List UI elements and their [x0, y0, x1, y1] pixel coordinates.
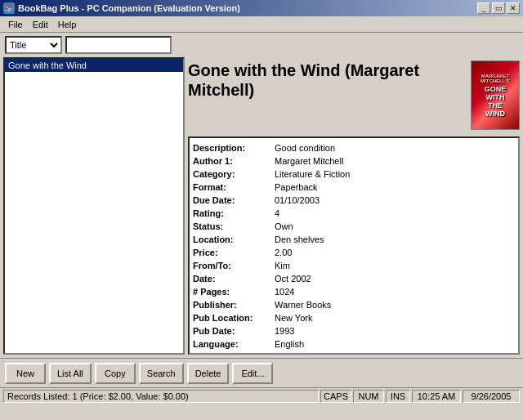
- status-bar: Records Listed: 1 (Price: $2.00, Value: …: [0, 387, 523, 404]
- status-date: 9/26/2005: [463, 390, 520, 403]
- field-value: 2.00: [275, 246, 292, 259]
- copy-button[interactable]: Copy: [95, 363, 136, 384]
- field-row: Status:Own: [193, 220, 515, 233]
- field-value: Good condition: [275, 141, 335, 154]
- field-value: 4: [275, 207, 279, 220]
- field-label: Location:: [193, 233, 275, 246]
- field-value: Oct 2002: [275, 272, 311, 285]
- field-row: Publisher:Warner Books: [193, 298, 515, 311]
- field-value: New York: [275, 311, 312, 324]
- field-row: Pub Date:1993: [193, 324, 515, 337]
- window-title: BookBag Plus - PC Companion (Evaluation …: [18, 3, 240, 13]
- field-value: English: [275, 337, 304, 351]
- field-row: Rating:4: [193, 207, 515, 220]
- field-label: Rating:: [193, 207, 275, 220]
- field-value: Margaret Mitchell: [275, 154, 343, 168]
- book-cover: MARGARET MITCHELL'S GONE WITH THE WIND: [471, 60, 520, 130]
- field-label: # Pages:: [193, 285, 275, 298]
- search-input[interactable]: [65, 36, 172, 54]
- field-label: Status:: [193, 220, 275, 233]
- restore-button[interactable]: ▭: [492, 2, 505, 14]
- field-row: Description:Good condition: [193, 141, 515, 154]
- menu-help[interactable]: Help: [53, 18, 82, 31]
- field-label: Pub Location:: [193, 311, 275, 324]
- field-label: Description:: [193, 141, 275, 154]
- field-value: Warner Books: [275, 298, 331, 311]
- field-row: ISBN:0446365386: [193, 351, 515, 355]
- field-row: Language:English: [193, 337, 515, 351]
- field-value: 0446365386: [275, 351, 324, 355]
- toolbar: Title Author Category: [0, 33, 523, 57]
- detail-header: Gone with the Wind (Margaret Mitchell) M…: [188, 57, 520, 133]
- field-row: Category:Literature & Fiction: [193, 168, 515, 181]
- field-value: Paperback: [275, 181, 318, 194]
- menu-file[interactable]: File: [3, 18, 28, 31]
- menu-bar: File Edit Help: [0, 16, 523, 33]
- status-time: 10:25 AM: [412, 390, 461, 403]
- status-ins: INS: [386, 390, 410, 403]
- field-row: Location:Den shelves: [193, 233, 515, 246]
- status-num: NUM: [353, 390, 384, 403]
- field-label: Pub Date:: [193, 324, 275, 337]
- field-label: Category:: [193, 168, 275, 181]
- app-icon: 📚: [3, 2, 15, 14]
- new-button[interactable]: New: [5, 363, 46, 384]
- field-row: Format:Paperback: [193, 181, 515, 194]
- status-caps: CAPS: [320, 390, 351, 403]
- field-row: Date:Oct 2002: [193, 272, 515, 285]
- field-label: Date:: [193, 272, 275, 285]
- menu-edit[interactable]: Edit: [28, 18, 53, 31]
- field-row: # Pages:1024: [193, 285, 515, 298]
- list-all-button[interactable]: List All: [49, 363, 92, 384]
- book-title: Gone with the Wind (Margaret Mitchell): [188, 60, 464, 100]
- edit-button[interactable]: Edit...: [232, 363, 273, 384]
- field-label: Price:: [193, 246, 275, 259]
- field-label: From/To:: [193, 259, 275, 272]
- field-label: Publisher:: [193, 298, 275, 311]
- book-list[interactable]: Gone with the Wind: [3, 57, 185, 355]
- field-value: 01/10/2003: [275, 194, 320, 207]
- field-row: Price:2.00: [193, 246, 515, 259]
- delete-button[interactable]: Delete: [187, 363, 230, 384]
- field-value: Den shelves: [275, 233, 324, 246]
- field-value: 1993: [275, 324, 294, 337]
- field-value: Kim: [275, 259, 290, 272]
- detail-panel: Gone with the Wind (Margaret Mitchell) M…: [188, 57, 520, 355]
- search-type-select[interactable]: Title Author Category: [5, 36, 62, 54]
- minimize-button[interactable]: _: [477, 2, 490, 14]
- detail-fields: Description:Good conditionAuthor 1:Marga…: [188, 136, 520, 355]
- button-bar: New List All Copy Search Delete Edit...: [0, 358, 523, 387]
- field-label: Due Date:: [193, 194, 275, 207]
- field-label: Language:: [193, 337, 275, 351]
- field-row: Due Date:01/10/2003: [193, 194, 515, 207]
- field-row: Pub Location:New York: [193, 311, 515, 324]
- list-item[interactable]: Gone with the Wind: [5, 59, 183, 72]
- field-label: ISBN:: [193, 351, 275, 355]
- field-value: Literature & Fiction: [275, 168, 350, 181]
- search-button[interactable]: Search: [139, 363, 184, 384]
- status-main: Records Listed: 1 (Price: $2.00, Value: …: [3, 390, 319, 403]
- field-row: From/To:Kim: [193, 259, 515, 272]
- field-row: Author 1:Margaret Mitchell: [193, 154, 515, 168]
- close-button[interactable]: ✕: [507, 2, 520, 14]
- field-value: 1024: [275, 285, 294, 298]
- title-bar: 📚 BookBag Plus - PC Companion (Evaluatio…: [0, 0, 523, 16]
- content-area: Gone with the Wind Gone with the Wind (M…: [0, 57, 523, 358]
- field-label: Format:: [193, 181, 275, 194]
- field-value: Own: [275, 220, 293, 233]
- field-label: Author 1:: [193, 154, 275, 168]
